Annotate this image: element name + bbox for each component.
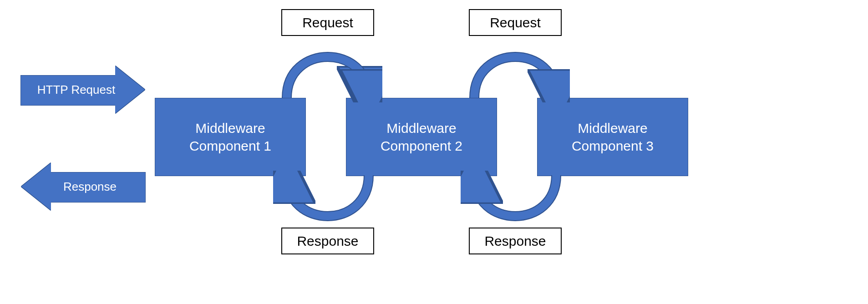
request-label-1-2: Request (281, 9, 374, 36)
middleware-line1: Middleware (386, 121, 456, 136)
http-request-label: HTTP Request (37, 83, 129, 97)
curved-arrow-request-2-3-icon (461, 25, 570, 102)
http-response-label: Response (50, 180, 117, 194)
request-label-2-3: Request (469, 9, 562, 36)
middleware-title: Middleware Component 1 (189, 119, 271, 155)
middleware-line2: Component 1 (189, 138, 271, 153)
middleware-line1: Middleware (578, 121, 647, 136)
curved-arrow-request-1-2-icon (273, 25, 382, 102)
middleware-line1: Middleware (195, 121, 265, 136)
middleware-title: Middleware Component 3 (572, 119, 654, 155)
http-response-arrow: Response (20, 163, 146, 211)
middleware-title: Middleware Component 2 (381, 119, 462, 155)
arrow-head-icon (21, 163, 51, 210)
middleware-component-3: Middleware Component 3 (537, 98, 688, 176)
http-request-arrow: HTTP Request (20, 66, 146, 114)
diagram-stage: HTTP Request Response Middleware Compone… (0, 0, 868, 304)
response-label-2-1: Response (281, 228, 374, 254)
middleware-component-2: Middleware Component 2 (346, 98, 497, 176)
middleware-component-1: Middleware Component 1 (155, 98, 306, 176)
middleware-line2: Component 3 (572, 138, 654, 153)
response-label-3-2: Response (469, 228, 562, 254)
middleware-line2: Component 2 (381, 138, 462, 153)
